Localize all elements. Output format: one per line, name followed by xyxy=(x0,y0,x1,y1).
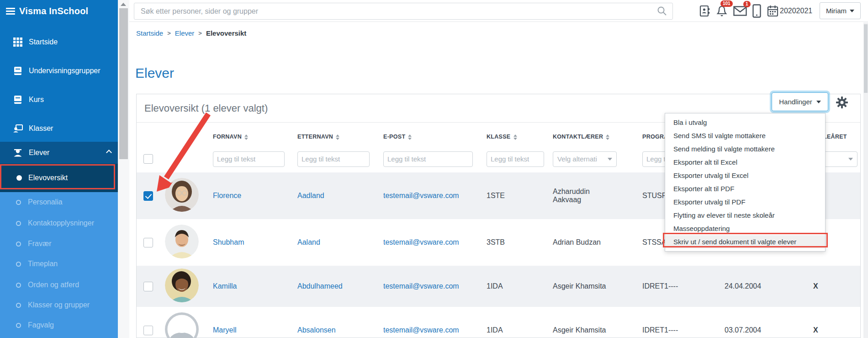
sidebar-item-personalia[interactable]: Personalia xyxy=(0,195,118,209)
column-header-etternavn[interactable]: ETTERNAVN xyxy=(291,123,377,145)
menu-item-send-melding[interactable]: Send melding til valgte mottakere xyxy=(665,142,825,156)
klasse-filter-input[interactable] xyxy=(487,151,544,167)
handlinger-button-label: Handlinger xyxy=(779,98,812,106)
epost-link[interactable]: testemail@vsware.com xyxy=(383,282,459,290)
messages-badge[interactable]: 1 xyxy=(743,1,751,7)
avatar xyxy=(165,178,199,212)
settings-gear-icon[interactable] xyxy=(836,96,848,109)
remove-x-button[interactable]: X xyxy=(813,326,818,334)
row-checkbox[interactable] xyxy=(143,191,153,201)
sidebar-item-fagvalg[interactable]: Fagvalg xyxy=(0,318,118,332)
notifications-bell-icon[interactable] xyxy=(716,5,728,17)
menu-item-eksporter-alt-pdf[interactable]: Eksporter alt til PDF xyxy=(665,182,825,195)
epost-link[interactable]: testemail@vsware.com xyxy=(383,326,459,334)
sort-icon[interactable] xyxy=(606,134,609,140)
column-header-epost[interactable]: E-POST xyxy=(377,123,480,145)
table-row[interactable]: Maryell Absalonsen testemail@vsware.com … xyxy=(137,307,860,338)
search-input[interactable] xyxy=(134,3,673,20)
menu-item-eksporter-utvalg-pdf[interactable]: Eksporter utvalg til PDF xyxy=(665,195,825,209)
sidebar-item-undervisningsgrupper[interactable]: Undervisningsgrupper xyxy=(0,63,118,79)
filter-cell xyxy=(137,145,159,172)
kontaktlaerer-filter-select[interactable]: Velg alternati xyxy=(553,151,617,167)
page-scrollbar[interactable] xyxy=(863,22,868,338)
menu-item-eksporter-alt-excel[interactable]: Eksporter alt til Excel xyxy=(665,156,825,169)
scrollbar-thumb[interactable] xyxy=(864,24,868,93)
menu-item-eksporter-utvalg-excel[interactable]: Eksporter utvalg til Excel xyxy=(665,169,825,182)
sidebar-item-label: Klasser xyxy=(29,124,53,133)
sidebar-item-klasser-og-grupper[interactable]: Klasser og grupper xyxy=(0,298,118,312)
elever-submenu: Personalia Kontaktopplysninger Fravær Ti… xyxy=(0,192,118,338)
klasse-cell: 1STE xyxy=(480,172,546,219)
column-header-klasse[interactable]: KLASSE xyxy=(480,123,546,145)
filter-cell xyxy=(291,145,377,172)
filter-cell xyxy=(206,145,291,172)
sidebar-item-kurs[interactable]: Kurs xyxy=(0,92,118,107)
calendar-icon[interactable] xyxy=(767,5,778,17)
fornavn-link[interactable]: Kamilla xyxy=(213,282,237,290)
people-board-icon xyxy=(13,123,23,134)
user-menu-button[interactable]: Miriam xyxy=(820,2,861,19)
sidebar-item-label: Startside xyxy=(29,38,58,46)
mobile-phone-icon[interactable] xyxy=(752,4,761,18)
book-icon xyxy=(13,95,23,105)
row-checkbox[interactable] xyxy=(143,326,153,335)
sort-icon[interactable] xyxy=(244,134,248,140)
chevron-down-icon xyxy=(816,101,821,103)
epost-link[interactable]: testemail@vsware.com xyxy=(383,238,459,246)
kontaktlaerer-cell: Adrian Budzan xyxy=(546,219,636,266)
sort-icon[interactable] xyxy=(408,134,412,140)
remove-x-button[interactable]: X xyxy=(813,282,818,290)
sidebar-item-kontaktopplysninger[interactable]: Kontaktopplysninger xyxy=(0,216,118,230)
bullet-ring-icon xyxy=(16,262,21,267)
contacts-icon[interactable] xyxy=(699,5,710,17)
etternavn-link[interactable]: Absalonsen xyxy=(297,326,336,334)
column-header-fornavn[interactable]: FORNAVN xyxy=(206,123,291,145)
kontaktlaerer-cell: Asgeir Khamsita xyxy=(546,266,636,307)
avatar xyxy=(165,268,199,302)
sidebar-item-timeplan[interactable]: Timeplan xyxy=(0,257,118,271)
sidebar-item-orden-og-atferd[interactable]: Orden og atferd xyxy=(0,278,118,292)
bullet-ring-icon xyxy=(16,221,21,226)
sort-icon[interactable] xyxy=(513,134,517,140)
fornavn-link[interactable]: Shubham xyxy=(213,238,244,246)
messages-envelope-icon[interactable] xyxy=(733,6,747,16)
filter-cell xyxy=(377,145,480,172)
sidebar-item-elevoversikt[interactable]: Elevoversikt xyxy=(0,164,118,192)
breadcrumb-startside[interactable]: Startside xyxy=(136,29,163,37)
menu-item-bla-i-utvalg[interactable]: Bla i utvalg xyxy=(665,116,825,129)
bullet-ring-icon xyxy=(16,283,21,288)
menu-item-send-sms[interactable]: Send SMS til valgte mottakere xyxy=(665,129,825,142)
scrollbar-thumb[interactable] xyxy=(119,8,128,159)
scroll-up-arrow-icon[interactable] xyxy=(121,3,126,6)
sidebar-item-fravaer[interactable]: Fravær xyxy=(0,237,118,251)
column-header-kontaktlaerer[interactable]: KONTAKTLÆRER xyxy=(546,123,636,145)
row-checkbox[interactable] xyxy=(143,282,153,291)
bullet-ring-icon xyxy=(16,200,21,205)
select-all-checkbox[interactable] xyxy=(143,154,153,164)
fornavn-filter-input[interactable] xyxy=(213,151,285,167)
etternavn-filter-input[interactable] xyxy=(297,151,370,167)
fornavn-link[interactable]: Florence xyxy=(213,192,241,199)
menu-item-flytting[interactable]: Flytting av elever til neste skoleår xyxy=(665,209,825,222)
row-checkbox[interactable] xyxy=(143,238,153,247)
menu-item-masseoppdatering[interactable]: Masseoppdatering xyxy=(665,222,825,235)
etternavn-link[interactable]: Aadland xyxy=(297,192,324,199)
handlinger-button[interactable]: Handlinger xyxy=(772,92,828,111)
hamburger-menu-icon[interactable] xyxy=(6,6,15,16)
menu-item-skriv-ut-send-dokument[interactable]: Skriv ut / send dokument til valgte elev… xyxy=(665,235,825,248)
epost-link[interactable]: testemail@vsware.com xyxy=(383,192,459,199)
sidebar-item-label: Elevoversikt xyxy=(28,174,68,182)
fornavn-link[interactable]: Maryell xyxy=(213,326,237,334)
sidebar-item-klasser[interactable]: Klasser xyxy=(0,121,118,136)
sidebar-item-startside[interactable]: Startside xyxy=(0,34,118,50)
student-icon xyxy=(13,148,23,158)
sort-icon[interactable] xyxy=(336,134,339,140)
sidebar-scrollbar[interactable] xyxy=(118,0,129,338)
notifications-badge[interactable]: 101 xyxy=(720,0,733,7)
sidebar-item-elever[interactable]: Elever xyxy=(0,142,118,164)
table-row[interactable]: Kamilla Abdulhameed testemail@vsware.com… xyxy=(137,266,860,307)
etternavn-link[interactable]: Aaland xyxy=(297,238,320,246)
epost-filter-input[interactable] xyxy=(383,151,473,167)
etternavn-link[interactable]: Abdulhameed xyxy=(297,282,343,290)
breadcrumb-elever[interactable]: Elever xyxy=(175,29,195,37)
